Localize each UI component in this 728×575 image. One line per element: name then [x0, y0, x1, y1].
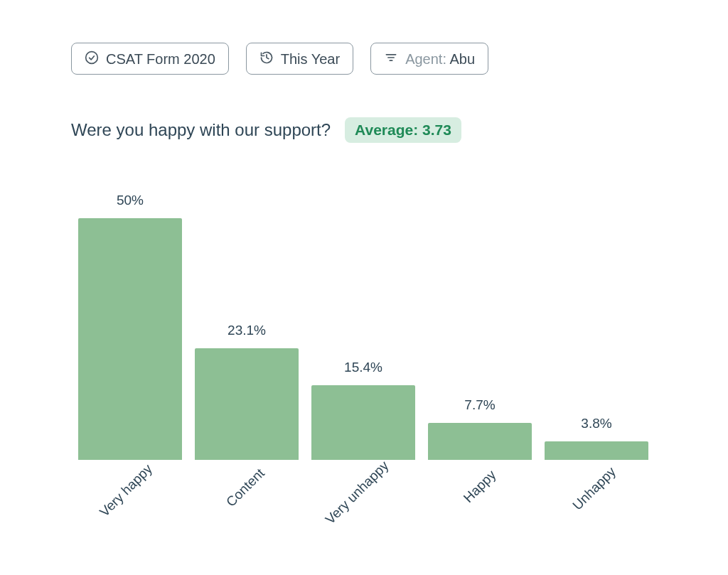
category-label: Very unhappy	[322, 458, 392, 527]
category-label-wrap: Very happy	[78, 475, 182, 554]
category-label: Happy	[461, 467, 499, 505]
bar-very-unhappy: 15.4%	[311, 360, 415, 460]
filter-agent-value: Abu	[449, 51, 475, 67]
category-label-wrap: Very unhappy	[311, 475, 415, 554]
title-row: Were you happy with our support? Average…	[71, 117, 700, 143]
category-label: Unhappy	[569, 464, 619, 513]
average-badge: Average: 3.73	[345, 117, 461, 143]
category-label: Content	[223, 466, 268, 510]
question-title: Were you happy with our support?	[71, 120, 331, 140]
bar-happy: 7.7%	[428, 397, 532, 460]
bar-value-label: 50%	[117, 193, 144, 208]
bar-value-label: 7.7%	[464, 397, 495, 413]
bar-rect	[311, 385, 415, 460]
bar-chart: 50%23.1%15.4%7.7%3.8% Very happyContentV…	[71, 183, 654, 554]
bar-value-label: 15.4%	[344, 360, 382, 375]
bar-rect	[195, 348, 299, 460]
svg-point-0	[86, 52, 98, 64]
category-label-wrap: Unhappy	[545, 475, 648, 554]
average-prefix: Average:	[355, 122, 418, 138]
category-label: Very happy	[97, 461, 156, 520]
bar-rect	[428, 423, 532, 460]
checkmark-circled-icon	[85, 50, 99, 67]
bar-unhappy: 3.8%	[545, 416, 648, 460]
filter-period-button[interactable]: This Year	[246, 43, 353, 75]
category-label-wrap: Happy	[428, 475, 532, 554]
filter-agent-prefix: Agent:	[405, 51, 446, 67]
filter-icon	[384, 50, 398, 67]
history-icon	[259, 50, 274, 67]
filter-form-button[interactable]: CSAT Form 2020	[71, 43, 229, 75]
bar-very-happy: 50%	[78, 193, 182, 460]
filter-form-label: CSAT Form 2020	[106, 52, 215, 66]
bar-rect	[78, 218, 182, 460]
average-value: 3.73	[422, 122, 451, 138]
bar-value-label: 23.1%	[228, 323, 266, 338]
filter-agent-button[interactable]: Agent: Abu	[370, 43, 488, 75]
bar-rect	[545, 441, 648, 460]
category-label-wrap: Content	[195, 475, 299, 554]
filter-period-label: This Year	[281, 52, 340, 66]
bar-value-label: 3.8%	[581, 416, 611, 431]
filters-row: CSAT Form 2020 This Year Agent: Abu	[71, 43, 700, 75]
bar-content: 23.1%	[195, 323, 299, 460]
